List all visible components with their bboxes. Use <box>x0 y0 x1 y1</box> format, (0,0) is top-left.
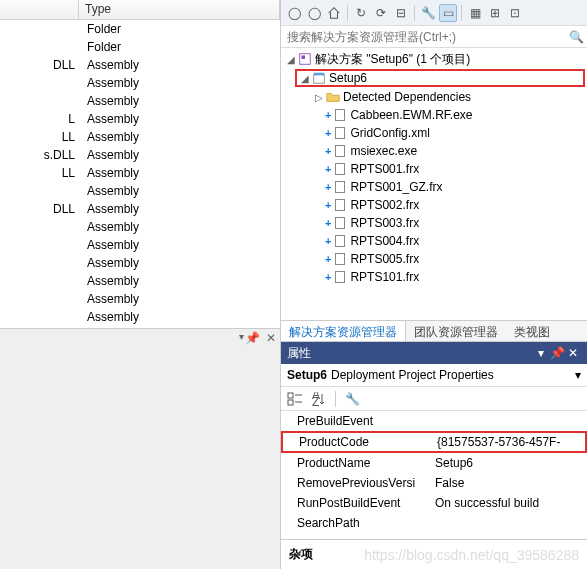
categorized-icon[interactable] <box>285 390 305 408</box>
alphabetical-icon[interactable]: AZ <box>309 390 329 408</box>
close-icon[interactable]: ✕ <box>266 331 276 345</box>
property-row[interactable]: RemovePreviousVersiFalse <box>281 473 587 493</box>
table-row[interactable]: Folder <box>0 38 280 56</box>
solution-root[interactable]: ◢ 解决方案 "Setup6" (1 个项目) <box>281 50 587 68</box>
file-label: RPTS101.frx <box>350 270 419 284</box>
tree-file-item[interactable]: +RPTS001.frx <box>281 160 587 178</box>
svg-rect-3 <box>314 73 325 76</box>
props-dropdown-icon[interactable]: ▾ <box>533 346 549 360</box>
table-row[interactable]: LLAssembly <box>0 164 280 182</box>
tree-file-item[interactable]: +RPTS005.frx <box>281 250 587 268</box>
tab-class-view[interactable]: 类视图 <box>506 321 558 341</box>
search-input[interactable] <box>281 26 565 47</box>
shortcut-icon: + <box>325 127 331 139</box>
property-row[interactable]: RunPostBuildEventOn successful build <box>281 493 587 513</box>
props-subject-dropdown-icon[interactable]: ▾ <box>575 368 581 382</box>
solution-tree[interactable]: ◢ 解决方案 "Setup6" (1 个项目) ◢ Setup6 ▷ Detec… <box>281 48 587 320</box>
svg-rect-5 <box>288 400 293 405</box>
property-row[interactable]: ProductNameSetup6 <box>281 453 587 473</box>
svg-rect-4 <box>288 393 293 398</box>
table-row[interactable]: DLLAssembly <box>0 56 280 74</box>
tree-file-item[interactable]: +msiexec.exe <box>281 142 587 160</box>
back-icon[interactable]: ◯ <box>285 4 303 22</box>
property-value[interactable]: {81575537-5736-457F- <box>433 435 585 449</box>
sync-icon[interactable]: ↻ <box>352 4 370 22</box>
property-name: RemovePreviousVersi <box>281 476 431 490</box>
tree-file-item[interactable]: +RPTS101.frx <box>281 268 587 286</box>
project-node[interactable]: ◢ Setup6 <box>295 69 585 87</box>
solution-root-label: 解决方案 "Setup6" (1 个项目) <box>315 51 470 68</box>
shortcut-icon: + <box>325 199 331 211</box>
svg-rect-1 <box>302 56 306 60</box>
property-row[interactable]: PreBuildEvent <box>281 411 587 431</box>
refresh-icon[interactable]: ⟳ <box>372 4 390 22</box>
properties-grid[interactable]: PreBuildEventProductCode{81575537-5736-4… <box>281 411 587 533</box>
show-all-icon[interactable]: ▭ <box>439 4 457 22</box>
pin-icon[interactable]: 📌 <box>245 331 260 345</box>
property-value[interactable]: Setup6 <box>431 456 587 470</box>
view2-icon[interactable]: ⊞ <box>486 4 504 22</box>
col-type[interactable]: Type <box>79 0 280 19</box>
search-icon[interactable]: 🔍 <box>565 26 587 47</box>
file-icon <box>332 161 348 177</box>
table-row[interactable]: Assembly <box>0 74 280 92</box>
view1-icon[interactable]: ▦ <box>466 4 484 22</box>
file-icon <box>332 233 348 249</box>
table-row[interactable]: Assembly <box>0 92 280 110</box>
tab-solution-explorer[interactable]: 解决方案资源管理器 <box>281 321 406 341</box>
view3-icon[interactable]: ⊡ <box>506 4 524 22</box>
wrench-icon[interactable]: 🔧 <box>419 4 437 22</box>
file-label: RPTS005.frx <box>350 252 419 266</box>
folder-icon <box>325 89 341 105</box>
property-value[interactable]: False <box>431 476 587 490</box>
search-bar: 🔍 <box>281 26 587 48</box>
tree-file-item[interactable]: +RPTS003.frx <box>281 214 587 232</box>
table-row[interactable]: Assembly <box>0 236 280 254</box>
properties-description: 杂项 <box>281 539 587 569</box>
table-row[interactable]: Assembly <box>0 272 280 290</box>
properties-title: 属性 <box>287 345 311 362</box>
shortcut-icon: + <box>325 163 331 175</box>
shortcut-icon: + <box>325 217 331 229</box>
panel-dropdown-icon[interactable]: ▾ <box>239 331 244 342</box>
file-grid: Type FolderFolderDLLAssemblyAssemblyAsse… <box>0 0 280 326</box>
props-wrench-icon[interactable]: 🔧 <box>342 390 362 408</box>
table-row[interactable]: Assembly <box>0 308 280 326</box>
table-row[interactable]: Assembly <box>0 290 280 308</box>
file-icon <box>332 269 348 285</box>
table-row[interactable]: Assembly <box>0 182 280 200</box>
table-row[interactable]: LAssembly <box>0 110 280 128</box>
file-label: RPTS004.frx <box>350 234 419 248</box>
table-row[interactable]: Folder <box>0 20 280 38</box>
file-icon <box>332 143 348 159</box>
tree-file-item[interactable]: +GridConfig.xml <box>281 124 587 142</box>
col-name[interactable] <box>0 0 79 19</box>
forward-icon[interactable]: ◯ <box>305 4 323 22</box>
property-value[interactable]: On successful build <box>431 496 587 510</box>
table-row[interactable]: Assembly <box>0 218 280 236</box>
tree-file-item[interactable]: +Cabbeen.EWM.RF.exe <box>281 106 587 124</box>
table-row[interactable]: LLAssembly <box>0 128 280 146</box>
property-row[interactable]: ProductCode{81575537-5736-457F- <box>281 431 587 453</box>
home-icon[interactable] <box>325 4 343 22</box>
file-icon <box>332 197 348 213</box>
svg-rect-2 <box>314 75 325 84</box>
table-row[interactable]: DLLAssembly <box>0 200 280 218</box>
props-close-icon[interactable]: ✕ <box>565 346 581 360</box>
properties-title-bar: 属性 ▾ 📌 ✕ <box>281 342 587 364</box>
tree-file-item[interactable]: +RPTS001_GZ.frx <box>281 178 587 196</box>
file-label: RPTS001.frx <box>350 162 419 176</box>
tree-file-item[interactable]: +RPTS004.frx <box>281 232 587 250</box>
property-row[interactable]: SearchPath <box>281 513 587 533</box>
file-label: RPTS001_GZ.frx <box>350 180 442 194</box>
solution-toolbar: ◯ ◯ ↻ ⟳ ⊟ 🔧 ▭ ▦ ⊞ ⊡ <box>281 0 587 26</box>
table-row[interactable]: Assembly <box>0 254 280 272</box>
detected-dependencies[interactable]: ▷ Detected Dependencies <box>281 88 587 106</box>
svg-text:Z: Z <box>312 395 319 406</box>
props-pin-icon[interactable]: 📌 <box>549 346 565 360</box>
file-icon <box>332 179 348 195</box>
collapse-icon[interactable]: ⊟ <box>392 4 410 22</box>
tree-file-item[interactable]: +RPTS002.frx <box>281 196 587 214</box>
table-row[interactable]: s.DLLAssembly <box>0 146 280 164</box>
tab-team-explorer[interactable]: 团队资源管理器 <box>406 321 506 341</box>
